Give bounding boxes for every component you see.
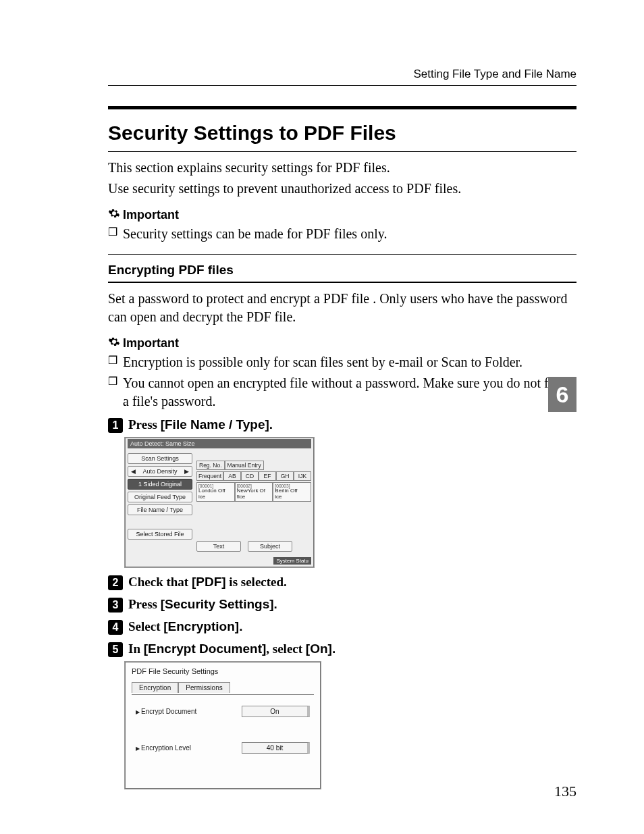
important-block-2: Important [108,336,576,350]
encrypt-document-row: Encrypt Document On [136,706,310,717]
important-label-2: Important [123,336,179,350]
system-status-button[interactable]: System Statu [273,557,311,565]
addr-line: ice [275,494,281,500]
step-number: 2 [108,575,123,590]
encrypt-document-value[interactable]: On [242,706,310,717]
step-text: Select [Encryption]. [128,619,242,634]
encryption-level-row: Encryption Level 40 bit [136,742,310,754]
step-post: . [274,597,277,611]
important-list-2: Encryption is possible only for scan fil… [108,353,576,411]
original-feed-button[interactable]: Original Feed Type [128,492,192,502]
step-post: . [332,642,336,656]
shot2-panel: Encrypt Document On Encryption Level 40 … [132,694,314,782]
scan-settings-button[interactable]: Scan Settings [128,453,192,464]
shot2-title: PDF File Security Settings [132,667,218,675]
step-number: 3 [108,598,123,613]
step-label: [Encryption] [163,619,239,633]
shot1-title: Auto Detect: Same Size [128,439,311,448]
encryption-level-value[interactable]: 40 bit [242,742,310,754]
auto-density-label: Auto Density [142,468,177,475]
addr-line: NewYork Of [237,488,265,494]
manual-entry-tab[interactable]: Manual Entry [225,461,264,470]
rule-top [108,85,576,86]
step-3: 3 Press [Security Settings]. [108,597,576,613]
addr-line: ice [198,494,205,500]
screenshot-scan-panel: Auto Detect: Same Size Scan Settings ◀Au… [124,437,315,568]
step-1: 1 Press [File Name / Type]. [108,417,576,433]
step-text: Check that [PDF] is selected. [128,575,287,590]
step-mid: , select [266,642,306,656]
step-4: 4 Select [Encryption]. [108,619,576,635]
step-verb: Check that [128,575,192,589]
letter-tab[interactable]: Frequent [196,471,223,481]
address-entry[interactable]: [00001]London Office [196,482,235,502]
rule-h2-top [108,106,576,109]
important-item: Security settings can be made for PDF fi… [108,225,576,243]
step-post: . [239,619,242,633]
running-head: Setting File Type and File Name [108,68,576,81]
page-number: 135 [554,783,576,800]
step-number: 5 [108,642,123,657]
step-post: . [269,417,273,432]
encrypt-document-label: Encrypt Document [136,708,196,715]
addr-line: Berlin Off [275,488,297,494]
letter-tab[interactable]: IJK [294,471,311,481]
text-button[interactable]: Text [196,541,241,552]
addr-line: London Off [198,488,225,494]
encryption-level-label: Encryption Level [136,744,191,752]
important-list-1: Security settings can be made for PDF fi… [108,225,576,243]
step-verb: In [128,642,144,656]
step-label: [PDF] [192,575,226,589]
reg-no-tab[interactable]: Reg. No. [196,461,225,470]
rule-h2-bottom [108,151,576,152]
auto-density-button[interactable]: ◀Auto Density▶ [128,466,192,477]
select-stored-file-button[interactable]: Select Stored File [128,529,192,540]
intro-line-2: Use security settings to prevent unautho… [108,180,576,198]
important-label-1: Important [123,208,179,222]
step-verb: Press [128,417,161,432]
address-entry[interactable]: [00003]Berlin Office [273,482,311,502]
chevron-right-icon: ▶ [184,468,189,475]
permissions-tab[interactable]: Permissions [178,682,230,693]
letter-tab[interactable]: AB [223,471,241,481]
heading-security-settings: Security Settings to PDF Files [108,122,576,145]
letter-tab[interactable]: CD [241,471,259,481]
step-post: is selected. [226,575,287,589]
step-verb: Press [128,597,161,611]
step-text: In [Encrypt Document], select [On]. [128,642,336,656]
chevron-left-icon: ◀ [131,468,136,475]
step-number: 1 [108,418,123,433]
encrypt-intro: Set a password to protect and encrypt a … [108,290,576,326]
letter-tab[interactable]: EF [259,471,276,481]
step-label: [File Name / Type] [161,417,269,432]
heading-encrypting: Encrypting PDF files [108,263,576,278]
important-block-1: Important [108,207,576,222]
file-name-type-button[interactable]: File Name / Type [128,504,192,515]
important-item: You cannot open an encrypted file withou… [108,374,576,411]
addr-line: fice [237,494,245,500]
step-label: [Encrypt Document] [144,642,267,656]
letter-tab[interactable]: GH [276,471,294,481]
encryption-tab[interactable]: Encryption [132,682,178,693]
step-verb: Select [128,619,163,633]
step-text: Press [File Name / Type]. [128,417,273,432]
chapter-tab: 6 [548,377,576,412]
intro-line-1: This section explains security settings … [108,159,576,177]
address-entry[interactable]: [00002]NewYork Office [235,482,273,502]
step-5: 5 In [Encrypt Document], select [On]. [108,642,576,657]
step-label: [On] [306,642,332,656]
gear-icon [108,207,120,222]
subject-button[interactable]: Subject [248,541,292,552]
shot1-right-panel: Reg. No. Manual Entry Frequent AB CD EF … [196,461,311,502]
screenshot-security-settings: PDF File Security Settings Encryption Pe… [124,661,321,789]
step-2: 2 Check that [PDF] is selected. [108,575,576,590]
gear-icon [108,336,120,350]
rule-h3-top [108,254,576,255]
one-sided-button[interactable]: 1 Sided Original [128,479,192,490]
shot1-left-panel: Scan Settings ◀Auto Density▶ 1 Sided Ori… [128,451,192,542]
step-label: [Security Settings] [161,597,274,611]
rule-h3-bottom [108,282,576,283]
step-text: Press [Security Settings]. [128,597,277,612]
step-number: 4 [108,620,123,635]
important-item: Encryption is possible only for scan fil… [108,353,576,371]
